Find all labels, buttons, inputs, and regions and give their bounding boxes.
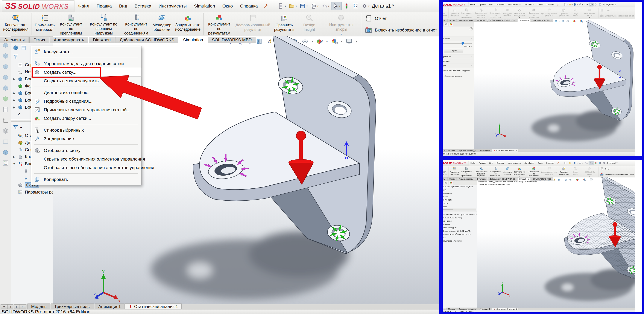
select-button[interactable]: ▾ bbox=[331, 2, 342, 10]
run-study-button[interactable]: Запустить это исследование▾ bbox=[512, 7, 526, 19]
menu-Окно[interactable]: Окно bbox=[536, 162, 544, 164]
document-tab-Трехмерные виды[interactable]: Трехмерные виды bbox=[457, 149, 478, 152]
open-button[interactable]: ▾ bbox=[568, 161, 573, 165]
compare-results-button[interactable]: Сравнить результаты bbox=[272, 12, 296, 36]
help-icon[interactable]: ? bbox=[470, 27, 473, 30]
context-menu-item[interactable]: Отобразить все обозначения элементов упр… bbox=[31, 163, 141, 172]
tab-nav-button[interactable]: ◀ bbox=[7, 304, 13, 309]
tab-nav-button[interactable]: ⏭ bbox=[443, 150, 446, 152]
tree-item[interactable]: Параметры результатов bbox=[443, 239, 477, 242]
h-scrollbar[interactable] bbox=[443, 209, 476, 210]
slider-thumb[interactable] bbox=[462, 42, 464, 45]
plot-tools-button[interactable]: Инструменты эпюры▾ bbox=[581, 166, 598, 177]
pm-tab-target[interactable] bbox=[444, 181, 448, 184]
mesh-density-slider[interactable] bbox=[443, 42, 472, 45]
settings-gear-button[interactable]: ▾ bbox=[360, 2, 370, 10]
print-button[interactable]: ▾ bbox=[578, 3, 583, 6]
connections-advisor-button[interactable]: Консультант по соединениям▾ bbox=[489, 7, 502, 19]
shell-manager-button[interactable]: Менеджер оболочки bbox=[151, 12, 173, 36]
study-advisor-button[interactable]: Консультант исследования▾ bbox=[443, 7, 448, 19]
undo-button[interactable]: ▾ bbox=[584, 161, 588, 165]
include-image-button[interactable]: Включить изображение в отчет bbox=[600, 172, 634, 176]
menu-Правка[interactable]: Правка bbox=[93, 3, 116, 8]
tab-Simulation[interactable]: Simulation bbox=[517, 19, 530, 22]
fixtures-advisor-button[interactable]: Консультант по креплениям▾ bbox=[460, 7, 473, 19]
tab-DimXpert[interactable]: DimXpert bbox=[475, 177, 488, 181]
options-list-button[interactable] bbox=[598, 3, 602, 6]
connections-advisor-button[interactable]: Консультант по соединениям▾ bbox=[489, 166, 502, 177]
select-button[interactable]: ▾ bbox=[588, 161, 594, 165]
select-button[interactable]: ▾ bbox=[588, 2, 594, 6]
design-insight-button[interactable]: Design Insight bbox=[570, 166, 581, 177]
tab-nav-button[interactable]: ⏭ bbox=[443, 308, 446, 310]
performance-button[interactable] bbox=[594, 161, 598, 165]
document-tab-Трехмерные виды[interactable]: Трехмерные виды bbox=[51, 304, 94, 310]
apply-material-button[interactable]: Применить материал bbox=[33, 12, 57, 36]
graphics-viewport[interactable]: A▾▾▾▾▾YXZ▶Деталь1 (По умолчани... bbox=[474, 19, 635, 149]
tree-item[interactable]: Сила тяжести-1 (:-9.81 m/s^2:) bbox=[443, 229, 477, 233]
loads-advisor-button[interactable]: Консультант по внешним нагрузкам▾ bbox=[473, 166, 489, 177]
open-button[interactable]: ▾ bbox=[288, 2, 298, 10]
menu-Инструменты[interactable]: Инструменты bbox=[506, 3, 523, 5]
tab-SOLIDWORKS MBD[interactable]: SOLIDWORKS MBD bbox=[208, 37, 256, 43]
undo-button[interactable]: ▾ bbox=[320, 2, 330, 10]
pm-tab-part-small[interactable] bbox=[443, 22, 444, 26]
tab-Элементы[interactable]: Элементы bbox=[0, 37, 29, 43]
options-list-button[interactable] bbox=[598, 161, 602, 165]
save-button[interactable]: ▾ bbox=[573, 3, 578, 6]
tree-item[interactable]: Примечания bbox=[443, 192, 477, 195]
document-tab-Статический анализ 1[interactable]: Статический анализ 1 bbox=[125, 304, 182, 310]
tab-Simulation[interactable]: Simulation bbox=[517, 177, 530, 181]
pm-tab-ball-color[interactable] bbox=[449, 22, 453, 26]
run-study-button[interactable]: Запустить это исследование▾ bbox=[173, 12, 202, 36]
report-button[interactable]: Отчет bbox=[600, 8, 634, 12]
tree-item[interactable]: History bbox=[443, 188, 477, 192]
performance-button[interactable] bbox=[594, 3, 598, 6]
section-Параметры сетки[interactable]: Параметры сетки﹀ bbox=[443, 54, 474, 59]
menu-Simulation[interactable]: Simulation bbox=[523, 162, 536, 164]
results-advisor-button[interactable]: Консультант по результатам▾ bbox=[528, 166, 540, 177]
tab-Элементы[interactable]: Элементы bbox=[443, 19, 447, 22]
menu-Правка[interactable]: Правка bbox=[477, 162, 488, 164]
tree-item[interactable]: Сетка bbox=[443, 236, 477, 239]
context-menu-item[interactable]: Копировать bbox=[31, 175, 141, 184]
section-parameters[interactable]: Параметры︿ bbox=[443, 63, 474, 68]
tab-Анализировать[interactable]: Анализировать bbox=[457, 19, 475, 22]
deformed-result-button[interactable]: Деформированный результат bbox=[540, 7, 558, 19]
menu-Файл[interactable]: Файл bbox=[468, 3, 477, 5]
menu-Окно[interactable]: Окно bbox=[536, 3, 544, 5]
new-document-button[interactable]: ▾ bbox=[277, 2, 287, 10]
menu-Simulation[interactable]: Simulation bbox=[523, 3, 536, 5]
menu-Вставка[interactable]: Вставка bbox=[495, 162, 506, 164]
design-insight-button[interactable]: Design Insight bbox=[296, 12, 322, 36]
h-scroll-thumb[interactable] bbox=[443, 209, 453, 210]
document-tab-Модель[interactable]: Модель bbox=[446, 149, 457, 152]
menu-Вид[interactable]: Вид bbox=[488, 3, 495, 5]
tab-Эскиз[interactable]: Эскиз bbox=[447, 19, 456, 22]
apply-material-button[interactable]: Применить материал bbox=[449, 166, 460, 177]
pin-icon[interactable] bbox=[264, 3, 269, 9]
deformed-result-button[interactable]: Деформированный результат bbox=[540, 166, 558, 177]
menu-Вставка[interactable]: Вставка bbox=[495, 3, 506, 5]
tree-splitter[interactable] bbox=[443, 211, 477, 212]
settings-gear-button[interactable]: ▾ bbox=[602, 161, 607, 165]
tab-Simulation[interactable]: Simulation bbox=[179, 37, 207, 43]
tab-DimXpert[interactable]: DimXpert bbox=[89, 37, 115, 43]
plot-tools-button[interactable]: Инструменты эпюры▾ bbox=[581, 7, 598, 19]
tree-item[interactable]: Датчики bbox=[443, 195, 477, 198]
menu-Правка[interactable]: Правка bbox=[477, 3, 488, 5]
save-button[interactable]: ▾ bbox=[573, 161, 578, 165]
section-mesh-density[interactable]: Плотность сетки︿ bbox=[443, 36, 474, 41]
open-button[interactable]: ▾ bbox=[568, 3, 573, 6]
pin-icon[interactable] bbox=[557, 3, 560, 6]
tab-nav-button[interactable]: ⏭ bbox=[20, 304, 26, 309]
tree-item[interactable]: Соединения bbox=[443, 219, 477, 223]
document-tab-Статический анализ 1[interactable]: Статический анализ 1 bbox=[492, 308, 519, 310]
graphics-viewport[interactable]: A▾▾▾▾▾YXZИмя модели:Деталь1Название иссл… bbox=[477, 177, 635, 308]
tab-Добавления SOLIDWORKS[interactable]: Добавления SOLIDWORKS bbox=[488, 177, 517, 181]
document-tab-Анимация1[interactable]: Анимация1 bbox=[478, 308, 492, 310]
document-tab-Трехмерные виды[interactable]: Трехмерные виды bbox=[457, 308, 478, 310]
tab-Анализировать[interactable]: Анализировать bbox=[457, 177, 475, 181]
loads-advisor-button[interactable]: Консультант по внешним нагрузкам▾ bbox=[86, 12, 122, 36]
pm-tab-part-small[interactable] bbox=[443, 181, 444, 184]
